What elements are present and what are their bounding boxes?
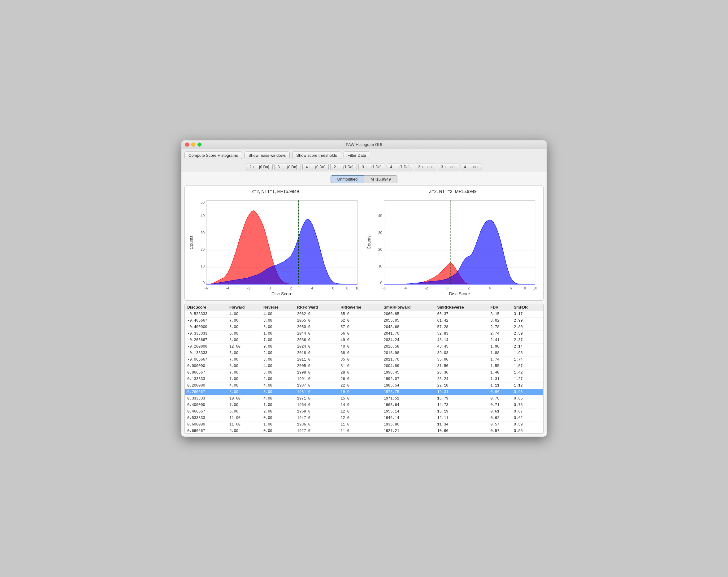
table-row[interactable]: 0.2000004.004.001987.022.01985.5422.181.… (185, 382, 543, 389)
svg-text:-2: -2 (425, 286, 428, 290)
svg-text:30: 30 (201, 231, 205, 235)
svg-text:4: 4 (489, 286, 491, 290)
col-reverse: Reverse (261, 304, 295, 311)
svg-text:6: 6 (510, 286, 512, 290)
svg-text:40: 40 (378, 214, 383, 218)
svg-text:Disc Score: Disc Score (449, 292, 470, 296)
col-rrforward: RRForward (295, 304, 338, 311)
table-row[interactable]: -0.1333336.002.002018.038.02018.9839.031… (185, 350, 543, 356)
svg-text:40: 40 (201, 214, 205, 218)
table-row[interactable]: -0.5333334.004.002062.065.02060.8565.373… (185, 311, 543, 317)
score-thresholds-button[interactable]: Show score thresholds (292, 152, 341, 159)
maximize-button[interactable] (198, 142, 202, 146)
svg-text:Disc Score: Disc Score (271, 292, 292, 296)
chart2-title: Z=2, NTT=2, M+15.9949 (366, 189, 540, 194)
data-table-container[interactable]: DiscScore Forward Reverse RRForward RRRe… (184, 304, 544, 434)
data-table: DiscScore Forward Reverse RRForward RRRe… (185, 304, 543, 434)
table-row[interactable]: 0.2666676.003.001981.019.01978.7519.310.… (185, 389, 543, 395)
table-row[interactable]: -0.20000012.009.002024.040.02026.5843.45… (185, 343, 543, 350)
svg-text:0: 0 (381, 281, 383, 285)
svg-text:20: 20 (378, 247, 383, 252)
table-row[interactable]: 0.1333337.002.001991.026.01992.0725.241.… (185, 376, 543, 382)
svg-text:2: 2 (290, 286, 292, 290)
svg-text:8: 8 (346, 286, 348, 290)
svg-text:-2: -2 (247, 286, 251, 290)
col-fdr: FDR (488, 304, 511, 311)
tab-3plus1da[interactable]: 3 + _ {1 Da} (359, 164, 385, 170)
subtab-unmodified[interactable]: Unmodified (331, 175, 364, 183)
tab-3plus0da[interactable]: 3 + _ {0 Da} (274, 164, 301, 170)
table-row[interactable]: -0.4000005.005.002050.057.02048.6857.282… (185, 324, 543, 330)
svg-text:2: 2 (468, 286, 470, 290)
compute-button[interactable]: Compute Score Histograms (184, 152, 242, 159)
window-title: PAW Histogram GUI (346, 142, 382, 147)
table-row[interactable]: 0.60000011.001.001936.011.01936.8011.340… (185, 421, 543, 428)
svg-text:10: 10 (201, 264, 205, 268)
svg-text:20: 20 (201, 247, 205, 252)
table-row[interactable]: 0.4000007.001.001964.014.01963.6414.730.… (185, 402, 543, 408)
svg-text:8: 8 (524, 286, 526, 290)
tab-4plusout[interactable]: 4 + _ out (461, 164, 482, 170)
svg-text:10: 10 (378, 264, 383, 268)
table-row[interactable]: 0.6666679.000.001927.011.01927.2110.660.… (185, 428, 543, 434)
svg-text:-4: -4 (404, 286, 407, 290)
tab-2plus0da[interactable]: 2 + _ {0 Da} (246, 164, 273, 170)
table-body: -0.5333334.004.002062.065.02060.8565.373… (185, 311, 543, 434)
col-smfdr: SmFDR (511, 304, 543, 311)
svg-text:10: 10 (355, 286, 360, 290)
col-smrrforward: SmRRForward (381, 304, 435, 311)
svg-text:0: 0 (269, 286, 271, 290)
mass-windows-button[interactable]: Show mass windows (244, 152, 290, 159)
tab-2plus1da[interactable]: 2 + _ {1 Da} (330, 164, 357, 170)
tabs-row: 2 + _ {0 Da} 3 + _ {0 Da} 4 + _ {0 Da} 2… (181, 162, 547, 172)
svg-text:Counts: Counts (366, 236, 371, 250)
svg-text:6: 6 (332, 286, 334, 290)
chart2-wrapper: Z=2, NTT=2, M+15.9949 Counts 0 10 20 30 … (366, 189, 540, 297)
filter-data-button[interactable]: Filter Data (344, 152, 370, 159)
traffic-lights (185, 142, 202, 146)
table-row[interactable]: -0.2666678.007.002036.049.02034.2448.142… (185, 337, 543, 343)
svg-text:4: 4 (311, 286, 313, 290)
minimize-button[interactable] (191, 142, 195, 146)
col-smrrreverse: SmRRReverse (435, 304, 488, 311)
col-rrreverse: RRReverse (338, 304, 381, 311)
main-window: PAW Histogram GUI Compute Score Histogra… (181, 140, 547, 436)
svg-text:-6: -6 (205, 286, 208, 290)
chart1-wrapper: Z=2, NTT=1, M+15.9949 Counts 0 10 20 30 … (188, 189, 362, 297)
table-row[interactable]: -0.0666677.003.002011.035.02011.7035.061… (185, 356, 543, 363)
close-button[interactable] (185, 142, 189, 146)
svg-text:Counts: Counts (189, 236, 194, 250)
table-row[interactable]: 0.33333310.004.001971.015.01971.5116.790… (185, 395, 543, 402)
charts-container: Z=2, NTT=1, M+15.9949 Counts 0 10 20 30 … (184, 186, 544, 300)
table-row[interactable]: 0.4666676.002.001958.012.01955.1413.190.… (185, 408, 543, 415)
svg-text:-4: -4 (226, 286, 229, 290)
tab-3plusout[interactable]: 3 + _ out (438, 164, 459, 170)
chart1-svg: Counts 0 10 20 30 40 50 (188, 195, 362, 297)
table-header-row: DiscScore Forward Reverse RRForward RRRe… (185, 304, 543, 311)
chart1-title: Z=2, NTT=1, M+15.9949 (188, 189, 362, 194)
col-forward: Forward (227, 304, 261, 311)
svg-text:-6: -6 (382, 286, 386, 290)
subtab-m15[interactable]: M+15.9949 (364, 175, 397, 183)
titlebar: PAW Histogram GUI (181, 140, 547, 149)
table-row[interactable]: 0.0000006.004.002005.031.02004.8931.561.… (185, 363, 543, 369)
svg-text:10: 10 (533, 286, 537, 290)
table-row[interactable]: 0.53333311.000.001947.012.01946.1412.110… (185, 415, 543, 421)
table-row[interactable]: -0.4666677.003.002055.062.02055.0561.423… (185, 317, 543, 324)
svg-text:30: 30 (378, 231, 383, 235)
table-row[interactable]: 0.0666677.003.001998.028.01998.4528.361.… (185, 369, 543, 376)
chart2-svg: Counts 0 10 20 30 40 -6 (366, 195, 540, 297)
tab-4plus0da[interactable]: 4 + _ {0 Da} (303, 164, 329, 170)
toolbar: Compute Score Histograms Show mass windo… (181, 149, 547, 162)
tab-2plusout[interactable]: 2 + _ out (415, 164, 436, 170)
tab-4plus1da[interactable]: 4 + _ {1 Da} (387, 164, 413, 170)
svg-text:50: 50 (201, 200, 205, 205)
col-discscore: DiscScore (185, 304, 227, 311)
subtabs-row: Unmodified M+15.9949 (184, 175, 544, 183)
content-area: Unmodified M+15.9949 Z=2, NTT=1, M+15.99… (181, 172, 547, 436)
svg-text:0: 0 (203, 281, 205, 285)
svg-text:0: 0 (446, 286, 448, 290)
table-row[interactable]: -0.3333336.001.002044.056.02041.7052.832… (185, 330, 543, 337)
